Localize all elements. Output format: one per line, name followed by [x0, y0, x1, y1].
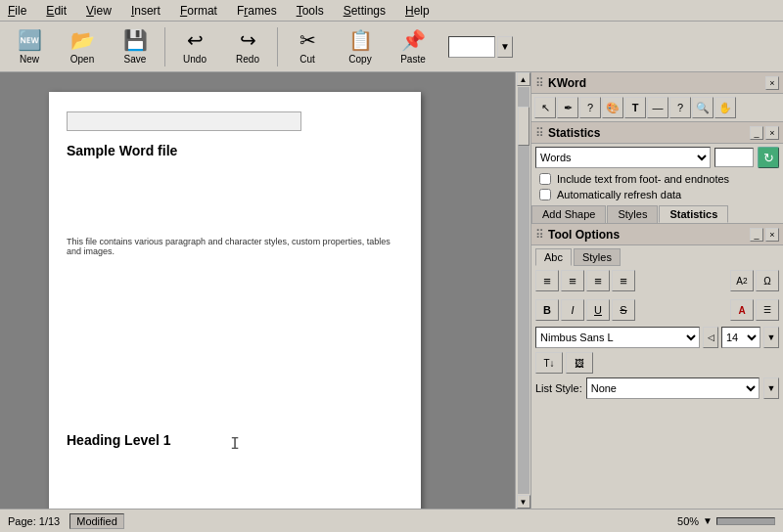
- include-footnotes-row: Include text from foot- and endnotes: [531, 171, 783, 187]
- save-icon: 💾: [123, 28, 148, 52]
- menu-settings[interactable]: Settings: [340, 3, 390, 19]
- font-size-select[interactable]: 14: [721, 327, 760, 348]
- statusbar: Page: 1/13 Modified 50% ▼: [0, 509, 783, 532]
- align-center-button[interactable]: ≡: [561, 270, 584, 291]
- auto-refresh-checkbox[interactable]: [539, 189, 551, 200]
- status-zoom-slider[interactable]: [716, 517, 775, 525]
- font-ltr-button[interactable]: ◁: [703, 327, 718, 348]
- redo-button[interactable]: ↪ Redo: [222, 24, 273, 69]
- align-justify-button[interactable]: ≡: [612, 270, 635, 291]
- statistics-refresh-button[interactable]: ↻: [758, 147, 779, 168]
- scroll-up-button[interactable]: ▲: [517, 72, 530, 86]
- scroll-thumb[interactable]: [518, 107, 530, 146]
- zoom-dropdown[interactable]: ▼: [497, 36, 513, 58]
- open-button[interactable]: 📂 Open: [57, 24, 108, 69]
- new-button[interactable]: 🆕 New: [4, 24, 55, 69]
- align-left-button[interactable]: ≡: [535, 270, 559, 291]
- list-style-label: List Style:: [535, 382, 582, 394]
- list-style-select[interactable]: None: [586, 377, 760, 399]
- underline-button[interactable]: U: [586, 299, 610, 321]
- statistics-title: Statistics: [548, 126, 750, 140]
- search-bar[interactable]: [67, 111, 301, 131]
- menu-format[interactable]: Format: [176, 3, 221, 19]
- include-footnotes-label: Include text from foot- and endnotes: [557, 173, 729, 185]
- cursor-indicator: I: [230, 434, 240, 453]
- scroll-track[interactable]: [518, 87, 530, 494]
- save-button[interactable]: 💾 Save: [110, 24, 161, 69]
- kword-text-btn[interactable]: T: [624, 97, 646, 118]
- menu-frames[interactable]: Frames: [233, 3, 281, 19]
- kword-help-btn[interactable]: ?: [579, 97, 601, 118]
- page-info: Page: 1/13: [8, 515, 60, 527]
- kword-zoom-btn[interactable]: 🔍: [692, 97, 714, 118]
- bold-button[interactable]: B: [535, 299, 559, 321]
- menu-tools[interactable]: Tools: [293, 3, 328, 19]
- kword-pencil-btn[interactable]: ✒: [557, 97, 578, 118]
- paste-button[interactable]: 📌 Paste: [388, 24, 438, 69]
- insert-image-button[interactable]: 🖼: [566, 352, 593, 374]
- kword-pointer-btn[interactable]: ↖: [534, 97, 556, 118]
- kword-toolbar: ↖ ✒ ? 🎨 T — ? 🔍 ✋: [531, 94, 783, 122]
- stats-minimize-button[interactable]: _: [750, 126, 763, 140]
- menu-help[interactable]: Help: [401, 3, 434, 19]
- kword-close-button[interactable]: ×: [765, 76, 779, 90]
- tab-statistics[interactable]: Statistics: [659, 205, 728, 223]
- superscript-button[interactable]: A2: [730, 270, 754, 291]
- copy-label: Copy: [348, 54, 371, 65]
- kword-panel-header: ⠿ KWord ×: [531, 72, 783, 94]
- copy-icon: 📋: [348, 28, 373, 52]
- kword-hand-btn[interactable]: ✋: [714, 97, 736, 118]
- page-title: Sample Word file: [67, 143, 403, 158]
- align-right-button[interactable]: ≡: [586, 270, 610, 291]
- undo-button[interactable]: ↩ Undo: [169, 24, 220, 69]
- stats-close-button[interactable]: ×: [765, 126, 779, 140]
- paste-label: Paste: [400, 54, 426, 65]
- tool-close-button[interactable]: ×: [765, 228, 779, 242]
- kword-line-btn[interactable]: —: [647, 97, 668, 118]
- toolbar-sep-2: [277, 27, 278, 66]
- italic-button[interactable]: I: [561, 299, 584, 321]
- tab-add-shape[interactable]: Add Shape: [531, 205, 606, 223]
- cut-label: Cut: [299, 54, 315, 65]
- text-color-button[interactable]: A: [730, 299, 754, 321]
- zoom-input[interactable]: 50%: [448, 36, 495, 58]
- special-format-button[interactable]: Ω: [756, 270, 779, 291]
- vertical-scrollbar: ▲ ▼: [515, 72, 530, 509]
- open-icon: 📂: [70, 28, 95, 52]
- strikethrough-button[interactable]: S: [612, 299, 635, 321]
- tool-tab-abc[interactable]: Abc: [535, 248, 572, 266]
- scroll-down-button[interactable]: ▼: [517, 495, 530, 509]
- menu-view[interactable]: View: [82, 3, 115, 19]
- kword-color-btn[interactable]: 🎨: [602, 97, 623, 118]
- list-style-arrow[interactable]: ▼: [763, 377, 779, 399]
- tool-grip-icon: ⠿: [535, 228, 544, 242]
- statistics-count[interactable]: 0: [714, 148, 754, 167]
- font-family-select[interactable]: Nimbus Sans L: [535, 327, 700, 348]
- document-page: Sample Word file This file contains vari…: [49, 92, 421, 509]
- cut-button[interactable]: ✂ Cut: [282, 24, 333, 69]
- kword-title: KWord: [548, 76, 765, 90]
- include-footnotes-checkbox[interactable]: [539, 173, 551, 185]
- kword-question-btn[interactable]: ?: [669, 97, 691, 118]
- alignment-buttons-row: ≡ ≡ ≡ ≡ A2 Ω: [531, 266, 783, 295]
- list-button[interactable]: ☰: [756, 299, 779, 321]
- list-style-row: List Style: None ▼: [531, 376, 783, 401]
- tool-tab-styles[interactable]: Styles: [574, 248, 621, 266]
- menu-file[interactable]: File: [4, 3, 30, 19]
- menu-edit[interactable]: Edit: [42, 3, 70, 19]
- insert-special-button[interactable]: T↓: [535, 352, 563, 374]
- redo-label: Redo: [236, 54, 259, 65]
- copy-button[interactable]: 📋 Copy: [335, 24, 386, 69]
- font-size-arrow[interactable]: ▼: [763, 327, 779, 348]
- spacer2: [637, 299, 728, 321]
- open-label: Open: [70, 54, 94, 65]
- tool-minimize-button[interactable]: _: [750, 228, 763, 242]
- menu-insert[interactable]: Insert: [127, 3, 164, 19]
- font-selection-row: Nimbus Sans L ◁ 14 ▼: [531, 325, 783, 350]
- zoom-box: 50% ▼: [448, 36, 513, 58]
- statistics-type-select[interactable]: Words Characters Sentences Paragraphs: [535, 147, 711, 168]
- toolbar-sep-1: [164, 27, 165, 66]
- main-area: Sample Word file This file contains vari…: [0, 72, 783, 509]
- tab-styles[interactable]: Styles: [607, 205, 658, 223]
- new-icon: 🆕: [18, 28, 42, 52]
